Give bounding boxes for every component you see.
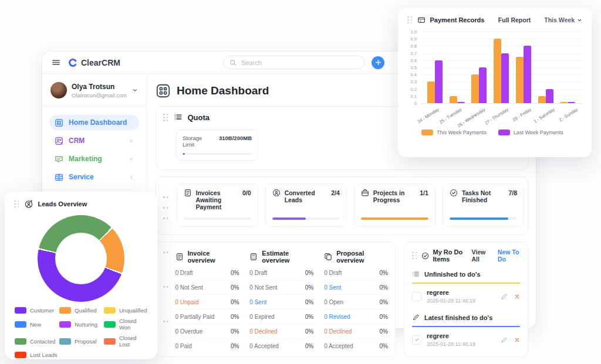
user-profile[interactable]: Olya Trotsun Olatrocun@gmail.com <box>42 77 146 107</box>
sidebar-item-home-dashboard[interactable]: Home Dashboard <box>49 115 139 130</box>
legend-label: Closed Won <box>119 318 147 331</box>
legend-item-new: New <box>15 318 58 331</box>
stat-card-tasks-not-finished[interactable]: Tasks Not Finished7/8 <box>443 183 524 227</box>
add-button[interactable] <box>372 56 384 69</box>
stat-card-projects-in-progress[interactable]: Projects in Progress1/1 <box>354 183 435 227</box>
menu-icon[interactable] <box>52 58 60 67</box>
x-tick-label: 24 - Monday <box>416 107 440 124</box>
quota-title: Quota <box>188 113 210 122</box>
bar-group-26-wednesday <box>471 67 487 103</box>
todo-section-header: Latest finished to do's <box>412 314 520 321</box>
search-input[interactable] <box>240 59 359 67</box>
page-title: Home Dashboard <box>177 84 269 97</box>
x-tick-label: 2 - Sunday <box>558 107 578 123</box>
sidebar-item-label: CRM <box>69 137 85 145</box>
drag-handle-icon[interactable] <box>163 196 168 227</box>
edit-icon[interactable] <box>501 293 508 300</box>
quota-icon <box>174 113 183 122</box>
user-email: Olatrocun@gmail.com <box>72 92 127 98</box>
bar-last-week-payments-24-monday <box>435 60 443 103</box>
search-box[interactable] <box>223 56 365 69</box>
bar-group-25-tuesday <box>450 96 465 103</box>
stat-card-label: Converted Leads <box>285 189 327 203</box>
bar-last-week-payments-27-thursday <box>501 53 509 103</box>
sidebar-item-service[interactable]: Service <box>49 169 139 185</box>
x-tick-label: 1 - Saturday <box>532 107 555 124</box>
todo-section-title: Unfinished to do's <box>424 271 481 278</box>
overview-row-label: 0 Draft <box>175 270 193 276</box>
drag-handle-icon[interactable] <box>407 16 413 24</box>
overview-row-value: 0% <box>305 343 313 349</box>
stat-progress-bar <box>184 217 251 220</box>
drag-handle-icon[interactable] <box>163 114 168 121</box>
bar-this-week-payments-24-monday <box>427 81 435 103</box>
screen: ClearCRM <box>0 0 601 364</box>
y-tick-label: 0.2 <box>411 87 417 92</box>
legend-swatch <box>104 321 116 328</box>
todo-item: regrere2025-01-28 11:46:19 <box>412 328 520 349</box>
bar-group-2-sunday <box>560 102 575 103</box>
todo-item-name: regrere <box>427 289 475 296</box>
chevron-down-icon <box>577 18 582 23</box>
legend-label: Proposal <box>75 338 97 345</box>
overview-row: 0 Draft0% <box>324 266 388 280</box>
overview-row: 0 Not Sent0% <box>249 280 313 295</box>
x-tick: 27 - Thursday <box>489 104 512 130</box>
todo-item-actions <box>501 293 520 300</box>
delete-icon[interactable] <box>514 294 520 300</box>
legend-swatch <box>15 321 26 328</box>
new-todo-link[interactable]: New To Do <box>498 249 520 263</box>
y-tick-label: 0.1 <box>411 94 417 99</box>
legend-item-qualified: Qualified <box>59 307 103 314</box>
drag-handle-icon[interactable] <box>412 252 417 260</box>
legend-swatch <box>59 321 71 328</box>
x-tick: 1 - Saturday <box>536 104 559 130</box>
sidebar-item-marketing[interactable]: Marketing <box>49 151 139 166</box>
overview-column-header: Invoice overview <box>175 250 239 264</box>
full-report-link[interactable]: Full Report <box>498 16 531 23</box>
sidebar-item-crm[interactable]: CRM <box>49 133 139 148</box>
overview-row-value: 0% <box>380 314 388 320</box>
overview-row: 0 Revised0% <box>324 309 388 324</box>
range-dropdown[interactable]: This Week <box>544 16 582 23</box>
edit-icon[interactable] <box>501 336 508 343</box>
overview-row-value: 0% <box>231 299 239 305</box>
todo-checkbox[interactable] <box>412 292 421 301</box>
payment-records-title: Payment Records <box>430 16 485 23</box>
pencil-icon <box>412 314 420 321</box>
sidebar-item-label: Service <box>69 173 94 181</box>
stat-card-header: Invoices Awaiting Payment0/0 <box>184 189 251 210</box>
overview-row: 0 Declined0% <box>249 324 313 339</box>
view-all-link[interactable]: View All <box>471 249 488 263</box>
delete-icon[interactable] <box>514 337 520 343</box>
drag-handle-icon[interactable] <box>163 251 168 354</box>
briefcase-icon <box>361 189 369 197</box>
overview-row-label: 0 Declined <box>249 328 277 335</box>
stat-card-invoices-awaiting-payment[interactable]: Invoices Awaiting Payment0/0 <box>177 183 258 227</box>
overview-column-title: Estimate overview <box>262 250 313 264</box>
overview-row: 0 Unpaid0% <box>175 295 239 309</box>
overview-row: 0 Declined0% <box>324 324 388 339</box>
overview-row: 0 Draft0% <box>249 266 313 280</box>
storage-progress-bar <box>183 153 252 155</box>
todo-checkbox[interactable] <box>412 335 421 345</box>
overview-column-title: Proposal overview <box>336 250 388 264</box>
legend-item-customer: Customer <box>15 307 58 314</box>
legend-swatch <box>104 307 116 314</box>
overview-row-value: 0% <box>305 314 313 320</box>
dashboard-icon <box>55 118 63 127</box>
todo-item-info: regrere2025-01-28 11:46:19 <box>427 289 475 304</box>
overview-row-label: 0 Partially Paid <box>175 314 215 320</box>
legend-item-closed-lost: Closed Lost <box>104 335 147 348</box>
legend-item-nurturing: Nurturing <box>59 318 103 331</box>
overview-row-value: 0% <box>305 270 313 276</box>
drag-handle-icon[interactable] <box>14 200 19 208</box>
todo-section-underline <box>412 326 520 327</box>
legend-item-last-week-payments: Last Week Payments <box>498 130 563 135</box>
legend-item-closed-won: Closed Won <box>104 318 147 331</box>
y-tick-label: 0.9 <box>411 36 417 42</box>
sidebar-item-label: Marketing <box>69 155 102 163</box>
list-icon <box>412 270 420 278</box>
stat-progress-bar <box>272 217 340 220</box>
stat-card-converted-leads[interactable]: Converted Leads2/4 <box>265 183 347 227</box>
